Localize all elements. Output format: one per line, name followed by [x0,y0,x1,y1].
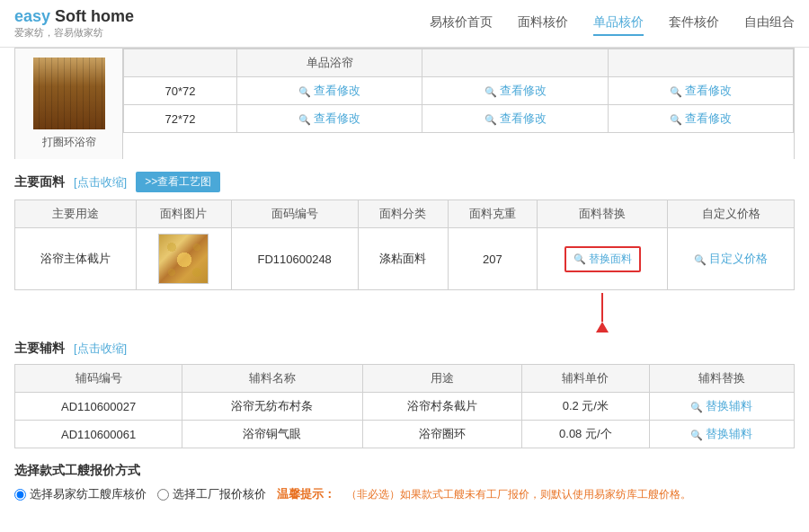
product-table-wrap: 打圈环浴帘 单品浴帘 70*72 [14,48,795,159]
top-right-table: 单品浴帘 70*72 查看修改 [123,49,794,159]
craft-view-button[interactable]: >>查看工艺图 [136,172,220,192]
header: easy Soft home 爱家纺，容易做家纺 易核价首页 面料核价 单品核价… [0,0,809,48]
nav-single[interactable]: 单品核价 [593,11,644,36]
search-icon [573,253,586,265]
fabric-image-cell [137,228,231,290]
custom-price-link[interactable]: 目定义价格 [694,251,768,267]
search-icon [670,84,682,98]
aux-th-price: 辅料单价 [521,365,649,393]
logo-subtitle: 爱家纺，容易做家纺 [14,26,158,40]
main-fabric-table-container: 主要用途 面料图片 面码编号 面料分类 面料克重 面料替换 自定义价格 浴帘主体… [14,200,795,290]
aux-th-usage: 用途 [362,365,521,393]
view-edit-link-3[interactable]: 查看修改 [670,83,732,99]
aux-replace-1[interactable]: 替换辅料 [649,393,794,421]
aux-th-code: 辅码编号 [15,365,182,393]
fabric-th-image: 面料图片 [137,200,231,228]
fabric-th-replace: 面料替换 [538,200,668,228]
fabric-pattern [159,235,208,283]
logo-easy: easy [14,7,50,25]
logo-soft: Soft home [55,7,134,25]
top-th-blank2 [608,49,793,77]
pricing-radio-2[interactable] [157,489,169,501]
fabric-weight: 207 [448,228,538,290]
search-icon [690,428,703,441]
replace-aux-link-2[interactable]: 替换辅料 [690,426,752,442]
aux-code-2: AD110600061 [15,421,182,448]
size-cell-2: 72*72 [124,105,237,133]
fabric-category: 涤粘面料 [358,228,448,290]
aux-row-2: AD110600061 浴帘铜气眼 浴帘圈环 0.08 元/个 替换辅料 [15,421,795,448]
fabric-th-usage: 主要用途 [15,200,137,228]
link-cell-2-1[interactable]: 查看修改 [237,105,422,133]
tip-label: 温馨提示： [277,486,335,502]
top-table: 单品浴帘 70*72 查看修改 [123,49,794,133]
view-edit-link-1[interactable]: 查看修改 [298,83,360,99]
top-th-size [124,49,237,77]
search-icon [485,112,497,126]
pricing-option-1-text: 选择易家纺工艘库核价 [30,486,147,502]
nav-home[interactable]: 易核价首页 [430,11,493,36]
nav-fabric[interactable]: 面料核价 [518,11,568,36]
pricing-radio-1[interactable] [14,489,26,501]
curtain-lines [33,58,105,129]
fabric-th-custom-price: 自定义价格 [668,200,795,228]
pricing-options-row: 选择易家纺工艘库核价 选择工厂报价核价 温馨提示： （非必选）如果款式工艘未有工… [14,486,795,502]
table-row: 70*72 查看修改 查看修改 [124,77,794,105]
search-icon [298,84,311,98]
pricing-option-1-label[interactable]: 选择易家纺工艘库核价 [14,486,147,502]
link-cell-1-3[interactable]: 查看修改 [608,77,793,105]
fabric-usage: 浴帘主体截片 [15,228,137,290]
tip-text: （非必选）如果款式工艘未有工厂报价，则默认使用易家纺库工艘价格。 [346,487,691,502]
aux-th-replace: 辅料替换 [649,365,794,393]
logo-area: easy Soft home 爱家纺，容易做家纺 [14,7,158,40]
fabric-custom-price-cell[interactable]: 目定义价格 [668,228,795,290]
view-edit-link-6[interactable]: 查看修改 [670,111,732,127]
replace-fabric-button[interactable]: 替换面料 [565,246,641,272]
fabric-image [158,234,209,284]
product-image [33,58,105,129]
aux-fabric-title: 主要辅料 [14,341,65,357]
arrow-line [601,293,603,322]
search-icon [298,112,311,126]
aux-name-1: 浴帘无纺布村条 [182,393,362,421]
aux-price-2: 0.08 元/个 [521,421,649,448]
main-content: 打圈环浴帘 单品浴帘 70*72 [0,48,809,520]
aux-fabric-section-header: 主要辅料 [点击收缩] [14,341,795,357]
link-cell-1-1[interactable]: 查看修改 [237,77,422,105]
annotation-arrow [596,293,609,332]
fabric-code: FD110600248 [231,228,358,290]
main-fabric-title: 主要面料 [14,174,65,191]
pricing-section-header: 选择款式工艘报价方式 [14,463,795,479]
search-icon [690,400,703,413]
pricing-option-2-text: 选择工厂报价核价 [173,486,266,502]
main-nav: 易核价首页 面料核价 单品核价 套件核价 自由组合 [430,11,795,36]
nav-combo[interactable]: 自由组合 [744,11,795,36]
product-label: 打圈环浴帘 [42,135,96,150]
fabric-replace-cell: 替换面料 [538,228,668,290]
fabric-row: 浴帘主体截片 FD110600248 涤粘面料 207 替换面料 [15,228,795,290]
aux-name-2: 浴帘铜气眼 [182,421,362,448]
view-edit-link-4[interactable]: 查看修改 [298,111,360,127]
link-cell-2-3[interactable]: 查看修改 [608,105,793,133]
fabric-th-category: 面料分类 [358,200,448,228]
link-cell-1-2[interactable]: 查看修改 [422,77,608,105]
main-fabric-section-header: 主要面料 [点击收缩] >>查看工艺图 [14,172,795,192]
main-fabric-collapse[interactable]: [点击收缩] [74,174,127,191]
search-icon [670,112,682,126]
size-cell-1: 70*72 [124,77,237,105]
top-th-blank1 [422,49,608,77]
link-cell-2-2[interactable]: 查看修改 [422,105,608,133]
view-edit-link-5[interactable]: 查看修改 [485,111,547,127]
top-th-product: 单品浴帘 [237,49,422,77]
aux-usage-2: 浴帘圈环 [362,421,521,448]
aux-fabric-collapse[interactable]: [点击收缩] [74,341,127,357]
logo: easy Soft home [14,7,158,26]
view-edit-link-2[interactable]: 查看修改 [485,83,547,99]
nav-suite[interactable]: 套件核价 [669,11,719,36]
aux-replace-2[interactable]: 替换辅料 [649,421,794,448]
pricing-title: 选择款式工艘报价方式 [14,463,140,479]
arrow-head [596,322,609,332]
replace-aux-link-1[interactable]: 替换辅料 [690,398,752,414]
search-icon [694,253,707,266]
pricing-option-2-label[interactable]: 选择工厂报价核价 [157,486,266,502]
